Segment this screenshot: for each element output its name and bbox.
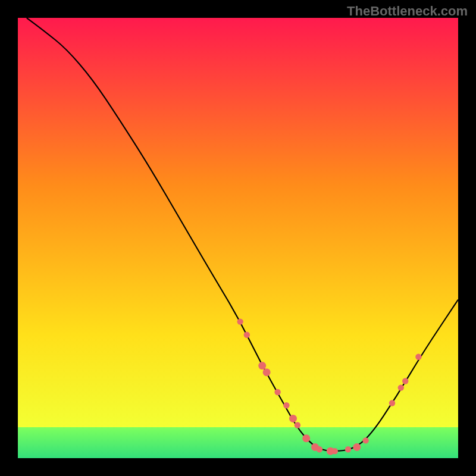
- data-marker: [274, 389, 280, 395]
- data-marker: [258, 362, 266, 369]
- data-marker: [398, 384, 404, 390]
- data-marker: [402, 378, 408, 384]
- watermark-text: TheBottleneck.com: [347, 4, 468, 19]
- data-marker: [389, 400, 395, 406]
- data-marker: [353, 443, 361, 451]
- data-marker: [302, 434, 310, 442]
- data-marker: [317, 446, 322, 452]
- data-marker: [289, 415, 297, 422]
- data-marker: [263, 368, 271, 376]
- data-marker: [244, 332, 250, 338]
- data-marker: [345, 446, 351, 452]
- chart-svg: [18, 18, 458, 458]
- data-marker: [332, 448, 338, 454]
- data-marker: [283, 402, 289, 408]
- data-marker: [362, 437, 368, 443]
- data-marker: [415, 354, 421, 360]
- chart-background: [18, 18, 458, 458]
- data-marker: [295, 422, 300, 428]
- chart-plot-area: [18, 18, 458, 458]
- data-marker: [237, 318, 243, 324]
